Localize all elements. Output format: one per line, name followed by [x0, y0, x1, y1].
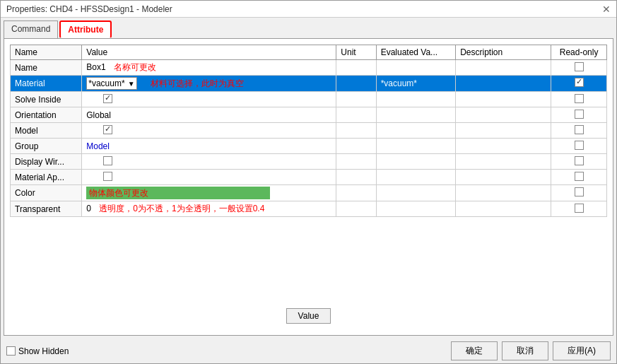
row-color-label: Color — [11, 185, 82, 201]
readonly-checkbox-model[interactable] — [575, 125, 584, 134]
dropdown-arrow-icon[interactable]: ▼ — [128, 80, 135, 88]
row-material-label: Material — [11, 76, 82, 92]
dialog-buttons: 确定 取消 应用(A) — [451, 341, 611, 360]
material-annotation: 材料可选择，此时为真空 — [151, 78, 244, 88]
row-group-label: Group — [11, 139, 82, 154]
materialap-checkbox[interactable] — [103, 172, 112, 181]
main-window: Properties: CHD4 - HFSSDesign1 - Modeler… — [0, 0, 617, 364]
col-header-readonly: Read-only — [551, 45, 607, 60]
readonly-checkbox-solveinside[interactable] — [575, 94, 584, 103]
row-name-value[interactable]: Box1 名称可更改 — [82, 60, 336, 76]
row-color-value[interactable]: 物体颜色可更改 — [82, 185, 336, 201]
row-material-evaluated: *vacuum* — [376, 76, 456, 92]
readonly-checkbox-color[interactable] — [575, 187, 584, 196]
ok-button[interactable]: 确定 — [451, 341, 498, 360]
row-solveinside-value[interactable] — [82, 92, 336, 107]
col-header-value: Value — [82, 45, 336, 60]
table-row: Orientation Global — [11, 107, 607, 123]
table-row: Display Wir... — [11, 154, 607, 170]
tab-attribute[interactable]: Attribute — [59, 20, 112, 38]
tab-bar: Command Attribute — [1, 18, 616, 38]
tab-command[interactable]: Command — [4, 20, 58, 38]
row-solveinside-label: Solve Inside — [11, 92, 82, 107]
table-row: Model — [11, 123, 607, 139]
readonly-checkbox-orientation[interactable] — [575, 110, 584, 119]
show-hidden-label: Show Hidden — [18, 346, 69, 356]
table-row: Name Box1 名称可更改 — [11, 60, 607, 76]
transparent-annotation: 透明度，0为不透，1为全透明，一般设置0.4 — [99, 204, 264, 213]
row-name-readonly — [551, 60, 607, 76]
show-hidden-checkbox[interactable] — [6, 346, 16, 356]
readonly-checkbox-transparent[interactable] — [575, 204, 584, 213]
readonly-checkbox-group[interactable] — [575, 141, 584, 150]
row-material-value[interactable]: *vacuum* ▼ 材料可选择，此时为真空 — [82, 76, 336, 92]
row-materialap-label: Material Ap... — [11, 170, 82, 185]
value-button-area: Value — [10, 303, 607, 329]
row-group-value[interactable]: Model — [82, 139, 336, 154]
row-displaywir-value[interactable] — [82, 154, 336, 170]
window-title: Properties: CHD4 - HFSSDesign1 - Modeler — [6, 4, 172, 14]
readonly-checkbox-name[interactable] — [575, 62, 584, 71]
col-header-description: Description — [456, 45, 551, 60]
table-row: Solve Inside — [11, 92, 607, 107]
table-row: Group Model — [11, 139, 607, 154]
material-dropdown[interactable]: *vacuum* ▼ — [86, 77, 136, 90]
displaywir-checkbox[interactable] — [103, 156, 112, 165]
bottom-bar: Show Hidden 确定 取消 应用(A) — [1, 339, 616, 363]
col-header-unit: Unit — [336, 45, 376, 60]
value-button[interactable]: Value — [286, 308, 331, 324]
color-annotation: 物体颜色可更改 — [89, 188, 148, 198]
table-row: Material *vacuum* ▼ 材料可选择，此时为真空 *vacuum* — [11, 76, 607, 92]
row-transparent-label: Transparent — [11, 201, 82, 217]
row-name-label: Name — [11, 60, 82, 76]
row-materialap-value[interactable] — [82, 170, 336, 185]
model-checkbox[interactable] — [103, 125, 112, 134]
row-model-value[interactable] — [82, 123, 336, 139]
readonly-checkbox-displaywir[interactable] — [575, 156, 584, 165]
table-row: Material Ap... — [11, 170, 607, 185]
row-orientation-value[interactable]: Global — [82, 107, 336, 123]
readonly-checkbox-materialap[interactable] — [575, 172, 584, 181]
show-hidden-area: Show Hidden — [6, 346, 69, 356]
color-swatch[interactable]: 物体颜色可更改 — [86, 187, 270, 199]
col-header-evaluated: Evaluated Va... — [376, 45, 456, 60]
name-annotation: 名称可更改 — [114, 62, 156, 72]
row-displaywir-label: Display Wir... — [11, 154, 82, 170]
solveinside-checkbox[interactable] — [103, 94, 112, 103]
row-material-readonly — [551, 76, 607, 92]
row-transparent-value[interactable]: 0 透明度，0为不透，1为全透明，一般设置0.4 — [82, 201, 336, 217]
col-header-name: Name — [11, 45, 82, 60]
readonly-checkbox-material[interactable] — [575, 78, 584, 87]
row-orientation-label: Orientation — [11, 107, 82, 123]
main-content: Name Value Unit Evaluated Va... Descript… — [4, 38, 613, 336]
close-button[interactable]: ✕ — [602, 4, 611, 15]
cancel-button[interactable]: 取消 — [502, 341, 548, 360]
title-bar: Properties: CHD4 - HFSSDesign1 - Modeler… — [1, 1, 616, 18]
apply-button[interactable]: 应用(A) — [553, 341, 611, 360]
properties-table: Name Value Unit Evaluated Va... Descript… — [10, 45, 607, 217]
table-row: Color 物体颜色可更改 — [11, 185, 607, 201]
table-row: Transparent 0 透明度，0为不透，1为全透明，一般设置0.4 — [11, 201, 607, 217]
properties-table-container: Name Value Unit Evaluated Va... Descript… — [10, 45, 607, 303]
row-model-label: Model — [11, 123, 82, 139]
